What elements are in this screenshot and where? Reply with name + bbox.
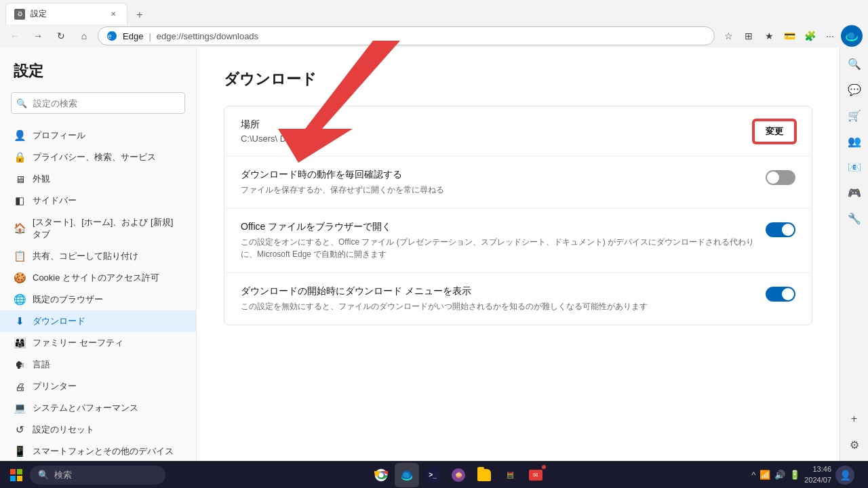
browser-essentials-button[interactable]: ★ [760, 26, 778, 45]
sidebar-item-system[interactable]: 💻 システムとパフォーマンス [0, 397, 196, 419]
tray-volume-icon[interactable]: 🔊 [774, 470, 785, 480]
edge-sidebar-add-btn[interactable]: + [844, 408, 865, 430]
taskbar-mail-app[interactable]: ✉ [524, 463, 548, 487]
search-input[interactable] [11, 92, 185, 114]
back-button[interactable]: ← [5, 26, 24, 45]
phone-icon: 📱 [14, 445, 26, 458]
open-office-track[interactable] [766, 222, 795, 237]
sidebar-item-label: スマートフォンとその他のデバイス [33, 445, 174, 458]
sidebar-item-profile[interactable]: 👤 プロフィール [0, 125, 196, 146]
edge-sidebar-outlook-btn[interactable]: 📧 [844, 156, 865, 178]
taskbar-chrome-app[interactable] [369, 463, 393, 487]
address-separator: | [149, 31, 151, 41]
tab-title: 設定 [31, 8, 102, 20]
confirm-action-track[interactable] [766, 170, 795, 185]
svg-rect-7 [10, 476, 16, 481]
open-office-name: Office ファイルをブラウザーで開く [241, 221, 755, 233]
edge-sidebar-games-btn[interactable]: 🎮 [844, 182, 865, 203]
sidebar-item-newtab[interactable]: 🏠 [スタート]、[ホーム]、および [新規] タブ [0, 211, 196, 245]
taskbar-files-app[interactable] [472, 463, 496, 487]
show-menu-thumb [782, 288, 794, 300]
home-button[interactable]: ⌂ [75, 26, 94, 45]
tray-network-icon[interactable]: 📶 [760, 470, 770, 480]
taskbar-edge-app[interactable] [395, 463, 419, 487]
edge-sidebar-search-btn[interactable]: 🔍 [844, 53, 865, 75]
sidebar-item-language[interactable]: 🗣 言語 [0, 354, 196, 375]
tray-avatar[interactable]: 👤 [835, 466, 854, 485]
forward-button[interactable]: → [28, 26, 47, 45]
taskbar: 🔍 検索 [0, 461, 868, 488]
svg-rect-8 [17, 476, 22, 481]
show-menu-track[interactable] [766, 287, 795, 302]
favorites-button[interactable]: ☆ [719, 26, 738, 45]
printer-icon: 🖨 [14, 380, 26, 392]
taskbar-terminal-app[interactable]: >_ [420, 463, 445, 487]
sidebar-item-label: ファミリー セーフティ [33, 337, 123, 349]
confirm-action-text: ダウンロード時の動作を毎回確認する ファイルを保存するか、保存せずに開くかを常に… [241, 169, 755, 196]
tray-battery-icon[interactable]: 🔋 [789, 470, 800, 480]
edge-sidebar-chat-btn[interactable]: 💬 [844, 79, 865, 100]
address-url: edge://settings/downloads [157, 31, 258, 41]
tray-time[interactable]: 13:46 2024/07 [804, 464, 831, 485]
sidebar-item-downloads[interactable]: ⬇ ダウンロード [0, 310, 196, 332]
open-office-text: Office ファイルをブラウザーで開く この設定をオンにすると、Office … [241, 221, 755, 260]
taskbar-search-text: 検索 [54, 469, 72, 481]
confirm-action-name: ダウンロード時の動作を毎回確認する [241, 169, 755, 181]
taskbar-calc-app[interactable]: 🧮 [498, 463, 522, 487]
edge-sidebar-shop-btn[interactable]: 🛒 [844, 104, 865, 126]
taskbar-search-icon: 🔍 [38, 470, 49, 480]
active-tab[interactable]: ⚙ 設定 ✕ [5, 3, 127, 24]
sidebar-item-label: プライバシー、検索、サービス [33, 151, 156, 163]
collections-button[interactable]: ⊞ [739, 26, 758, 45]
location-label: 場所 [241, 119, 323, 131]
tab-close-button[interactable]: ✕ [108, 9, 119, 20]
family-icon: 👨‍👩‍👧 [14, 337, 26, 349]
cookies-icon: 🍪 [14, 272, 26, 284]
refresh-button[interactable]: ↻ [52, 26, 71, 45]
address-bar[interactable]: e Edge | edge://settings/downloads [98, 26, 715, 45]
sidebar-item-sidebar[interactable]: ◧ サイドバー [0, 190, 196, 211]
sidebar-item-label: 外観 [33, 173, 50, 185]
open-office-toggle[interactable] [766, 222, 795, 237]
sidebar-item-family[interactable]: 👨‍👩‍👧 ファミリー セーフティ [0, 332, 196, 354]
change-location-button[interactable]: 変更 [753, 120, 795, 143]
browser-extensions-button[interactable]: 🧩 [800, 26, 819, 45]
sidebar-item-label: サイドバー [33, 195, 77, 207]
settings-card: 場所 C:\Users\ Downloads 変更 ダウンロード時の動作を毎回確… [224, 106, 812, 325]
edge-icon-button[interactable] [841, 25, 863, 47]
address-brand: Edge [123, 31, 143, 41]
sidebar-item-label: Cookie とサイトのアクセス許可 [33, 272, 159, 284]
start-button[interactable] [5, 464, 27, 486]
browser-wallet-button[interactable]: 💳 [780, 26, 799, 45]
edge-sidebar-people-btn[interactable]: 👥 [844, 130, 865, 152]
confirm-action-row: ダウンロード時の動作を毎回確認する ファイルを保存するか、保存せずに開くかを常に… [224, 157, 812, 209]
sidebar-item-cookies[interactable]: 🍪 Cookie とサイトのアクセス許可 [0, 267, 196, 289]
tab-favicon: ⚙ [14, 9, 25, 20]
show-menu-toggle[interactable] [766, 287, 795, 302]
new-tab-button[interactable]: + [130, 5, 149, 24]
tray-expand-icon[interactable]: ^ [751, 470, 755, 480]
more-tools-button[interactable]: ··· [821, 26, 840, 45]
location-info: 場所 C:\Users\ Downloads [241, 119, 323, 144]
sidebar-item-printer[interactable]: 🖨 プリンター [0, 375, 196, 397]
privacy-icon: 🔒 [14, 151, 26, 163]
svg-text:e: e [108, 33, 112, 40]
edge-sidebar-settings-btn[interactable]: ⚙ [844, 434, 865, 455]
sidebar-item-appearance[interactable]: 🖥 外観 [0, 168, 196, 190]
sidebar-item-privacy[interactable]: 🔒 プライバシー、検索、サービス [0, 146, 196, 168]
sidebar-item-label: 共有、コピーして貼り付け [33, 250, 138, 262]
open-office-thumb [782, 224, 794, 236]
taskbar-tor-app[interactable]: 🧅 [446, 463, 471, 487]
sidebar-item-share[interactable]: 📋 共有、コピーして貼り付け [0, 245, 196, 267]
location-path: C:\Users\ Downloads [241, 134, 323, 144]
taskbar-search[interactable]: 🔍 検索 [30, 466, 165, 485]
sidebar-item-phone[interactable]: 📱 スマートフォンとその他のデバイス [0, 441, 196, 461]
confirm-action-toggle[interactable] [766, 170, 795, 185]
edge-sidebar-tools-btn[interactable]: 🔧 [844, 207, 865, 229]
sidebar-item-default-browser[interactable]: 🌐 既定のブラウザー [0, 289, 196, 310]
svg-rect-5 [10, 469, 16, 474]
system-icon: 💻 [14, 402, 26, 414]
search-box[interactable]: 🔍 [11, 92, 185, 114]
sidebar-item-reset[interactable]: ↺ 設定のリセット [0, 419, 196, 441]
tray-corner[interactable] [859, 463, 863, 487]
